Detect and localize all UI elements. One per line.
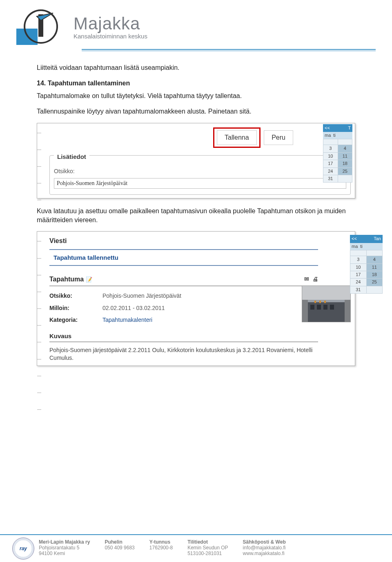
page-header: Majakka Kansalaistoiminnan keskus — [0, 0, 392, 47]
mini-calendar: << T ma ti 34 1011 1718 2425 31 — [323, 124, 352, 183]
saved-banner: Tapahtuma tallennettu — [49, 249, 318, 266]
svg-rect-8 — [323, 305, 327, 310]
document-body: Liitteitä voidaan tapahtumaan lisätä use… — [0, 51, 392, 382]
cal-corner: Tan — [374, 236, 381, 242]
field-category-value[interactable]: Tapahtumakalenteri — [102, 316, 152, 324]
svg-rect-10 — [314, 301, 316, 303]
svg-rect-5 — [308, 300, 345, 302]
page-title: Majakka — [74, 14, 147, 33]
svg-rect-7 — [317, 305, 321, 310]
footer-col-bank: Tilitiedot Kemin Seudun OP 513100-281031 — [187, 539, 228, 556]
svg-rect-11 — [319, 301, 321, 303]
save-button[interactable]: Tallenna — [217, 130, 257, 145]
step-paragraph-1: Tapahtumalomake on tullut täytetyksi. Vi… — [37, 91, 355, 100]
fieldset-legend: Lisätiedot — [54, 152, 89, 162]
ray-badge-icon: ray — [12, 537, 34, 560]
print-icon[interactable]: 🖨 — [312, 275, 318, 283]
cal-day-ti: ti — [333, 132, 336, 138]
highlight-box: Tallenna — [213, 127, 261, 148]
screenshot-save-button: ––––– Tallenna Peru Lisätiedot Otsikko: — [37, 123, 355, 198]
header-divider — [82, 49, 376, 50]
mini-calendar: << Tan ma ti 34 1011 1718 2425 31 — [350, 235, 383, 294]
footer-col-tel: Puhelin 050 409 9683 — [105, 539, 134, 556]
field-title-label: Otsikko: — [49, 292, 94, 300]
event-thumbnail — [302, 285, 351, 322]
sidebar-dashes: ––––––––––– — [37, 232, 45, 366]
section-event-label: Tapahtuma — [49, 276, 84, 283]
cal-grid: 34 1011 1718 2425 31 — [323, 139, 352, 183]
field-when-label: Milloin: — [49, 304, 94, 312]
step-paragraph-2: Tallennuspainike löytyy aivan tapahtumal… — [37, 107, 355, 116]
section-event-bar: Tapahtuma 📝 ✉ 🖨 — [49, 273, 318, 286]
sidebar-dashes: ––––– — [37, 123, 45, 198]
svg-rect-9 — [330, 305, 334, 310]
page-subtitle: Kansalaistoiminnan keskus — [74, 33, 147, 40]
title-input[interactable] — [54, 178, 346, 189]
svg-rect-4 — [308, 300, 345, 322]
field-title-value: Pohjois-Suomen Järjestöpäivät — [102, 292, 181, 300]
section-message: Viesti — [49, 236, 318, 245]
svg-rect-0 — [16, 29, 38, 45]
field-when-value: 02.02.2011 - 03.02.2011 — [102, 304, 165, 312]
cancel-button[interactable]: Peru — [264, 130, 293, 145]
cal-day-ma: ma — [352, 243, 358, 250]
svg-rect-12 — [324, 301, 326, 303]
cal-corner: T — [348, 125, 351, 131]
field-category-label: Kategoria: — [49, 316, 94, 324]
title-label: Otsikko: — [54, 167, 75, 176]
title-block: Majakka Kansalaistoiminnan keskus — [74, 14, 147, 40]
cal-prev-icon[interactable]: << — [352, 236, 357, 242]
footer-col-org: Meri-Lapin Majakka ry Pohjoisrantakatu 5… — [39, 539, 90, 556]
description-heading: Kuvaus — [49, 332, 318, 342]
after-image-paragraph: Kuva latautuu ja asettuu omalle paikalle… — [37, 207, 355, 225]
page-footer: ray Meri-Lapin Majakka ry Pohjoisrantaka… — [0, 534, 392, 562]
description-body: Pohjois-Suomen järjestöpäivät 2.2.2011 O… — [49, 346, 318, 362]
footer-col-ytunnus: Y-tunnus 1762900-8 — [149, 539, 173, 556]
svg-rect-3 — [302, 286, 351, 300]
majakka-logo — [16, 8, 65, 45]
cal-grid: 34 1011 1718 2425 31 — [350, 250, 383, 294]
step-heading: 14. Tapahtuman tallentaminen — [37, 79, 355, 88]
footer-col-web: Sähköposti & Web info@majakkatalo.fi www… — [243, 539, 286, 556]
cal-day-ma: ma — [325, 132, 331, 138]
screenshot-event-saved: ––––––––––– Viesti Tapahtuma tallennettu… — [37, 231, 355, 366]
edit-icon[interactable]: 📝 — [86, 277, 92, 283]
email-icon[interactable]: ✉ — [304, 275, 309, 283]
intro-paragraph: Liitteitä voidaan tapahtumaan lisätä use… — [37, 63, 355, 72]
cal-prev-icon[interactable]: << — [325, 125, 330, 131]
svg-rect-6 — [310, 305, 314, 310]
cal-day-ti: ti — [360, 243, 363, 250]
